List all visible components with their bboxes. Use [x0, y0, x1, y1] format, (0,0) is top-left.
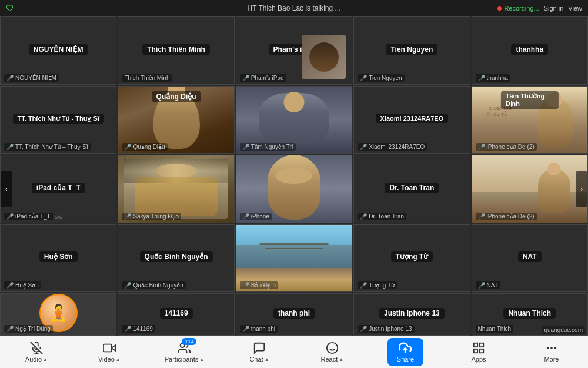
mic-icon: 🎤 — [242, 75, 249, 81]
cell-top-name: Quốc Bình Nguyễn — [140, 251, 213, 262]
cell-label: 🎤 iPhone của De (2) — [476, 143, 537, 151]
participants-badge: 114 — [182, 338, 196, 345]
cell-label: 🎤 thanh phi — [240, 325, 278, 333]
recording-badge: Recording... — [497, 5, 539, 12]
react-icon — [326, 342, 339, 354]
view-link[interactable]: View — [568, 5, 582, 12]
participants-button[interactable]: 114 Participants ▲ — [165, 342, 204, 363]
cell-top-name: Justin Iphone 13 — [379, 308, 445, 319]
chat-button[interactable]: Chat ▲ — [242, 342, 277, 363]
monk-body — [124, 159, 228, 219]
cell-label: 🎤 Tâm Nguyên Trí — [240, 143, 296, 151]
nav-prev-button[interactable]: ‹ — [1, 171, 12, 207]
svg-rect-4 — [103, 344, 112, 352]
cell-top-name: Tien Nguyen — [386, 44, 437, 55]
video-button[interactable]: Video ▲ — [92, 342, 127, 363]
nav-next-button[interactable]: › — [576, 171, 587, 207]
cell-ipad-tt: ‹ iPad của T_T 🎤 iPad của T_T 5/5 — [0, 155, 116, 223]
react-button[interactable]: React ▲ — [315, 342, 350, 363]
mic-icon: 🎤 — [478, 144, 485, 150]
cell-label: 🎤 Ngộ Trí Dũng — [4, 325, 53, 333]
mic-icon: 🎤 — [124, 144, 131, 150]
audio-button[interactable]: Audio ▲ — [19, 342, 54, 363]
shield-status: 🛡 — [6, 4, 14, 13]
cell-phams-ipad: Pham's iPad 🎤 Pham's iPad — [236, 16, 352, 85]
cell-top-name: thanhha — [511, 44, 548, 55]
mic-icon: 🎤 — [478, 213, 485, 220]
cell-label: Nhuan Thich — [476, 325, 514, 333]
audio-label-group: Audio ▲ — [25, 356, 48, 363]
cell-top-name: Nhuan Thich — [503, 308, 556, 319]
boat-1 — [259, 243, 329, 245]
share-icon — [399, 342, 412, 354]
audio-icon — [30, 342, 43, 354]
video-label: Video — [98, 356, 115, 363]
cell-label: 🎤 141169 — [122, 325, 155, 333]
participants-chevron: ▲ — [199, 357, 204, 362]
cell-dr-toan-tran: Dr. Toan Tran 🎤 Dr. Toan Tran — [353, 155, 470, 223]
cell-quoc-binh: Quốc Bình Nguyễn 🎤 Quốc Bình Nguyễn — [118, 224, 234, 293]
cell-xiaomi: Xiaomi 23124RA7EO 🎤 Xiaomi 23124RA7EO — [353, 86, 470, 154]
cell-label: 🎤 NAT — [476, 281, 500, 289]
cell-nguyen-niem: NGUYÊN NIỆM 🎤 NGUYÊN NIỆM — [0, 16, 116, 85]
cell-label: 🎤 Dr. Toan Tran — [358, 213, 406, 220]
more-label: More — [544, 356, 559, 363]
cell-label: 🎤 Pham's iPad — [240, 74, 286, 82]
sign-in-link[interactable]: Sign in — [544, 5, 564, 12]
share-button[interactable]: Share — [387, 338, 423, 366]
chat-icon — [253, 342, 266, 354]
monk-head-2 — [283, 92, 304, 112]
audio-chevron: ▲ — [43, 357, 48, 362]
share-label: Share — [397, 356, 414, 363]
cell-label: 🎤 Tien Nguyen — [358, 74, 404, 82]
svg-rect-10 — [474, 343, 477, 347]
cell-top-name: Xiaomi 23124RA7EO — [376, 114, 449, 123]
cell-label: 🎤 Sakya Trung Đạo — [122, 213, 181, 220]
monk-figure-4 — [538, 169, 570, 213]
watermark: quangduc.com — [542, 326, 585, 334]
cell-top-name: NAT — [518, 251, 542, 262]
shield-icon: 🛡 — [6, 4, 14, 13]
top-bar-actions: Recording... Sign in View — [497, 5, 582, 12]
recording-label: Recording... — [504, 5, 539, 12]
curtain-bg — [124, 159, 228, 183]
cell-thanh-phi: thanh phi 🎤 thanh phi — [236, 293, 352, 336]
svg-point-6 — [327, 343, 338, 353]
cell-hue-son: Huệ Sơn 🎤 Huệ Sơn — [0, 224, 116, 293]
svg-point-16 — [547, 347, 549, 349]
mic-icon: 🎤 — [360, 213, 367, 220]
cell-nat: NAT 🎤 NAT — [472, 224, 588, 293]
svg-rect-13 — [474, 349, 477, 353]
cell-top-name: Huệ Sơn — [39, 251, 78, 262]
recording-dot — [497, 6, 502, 11]
mic-icon: 🎤 — [6, 326, 14, 332]
mic-icon: 🎤 — [124, 213, 131, 220]
mic-muted-icon: 🎤 — [6, 75, 14, 81]
cell-label: 🎤 Justin Iphone 13 — [358, 325, 414, 333]
cell-thumbnail — [302, 35, 346, 79]
cell-iphone-de2: 🎤 iPhone của De (2) 5/5 › — [472, 155, 588, 223]
cell-top-name: thanh phi — [273, 308, 315, 319]
cell-ngo-tri-dung: 🧘 🎤 Ngộ Trí Dũng — [0, 293, 116, 336]
mic-icon: 🎤 — [478, 282, 485, 289]
video-chevron: ▲ — [116, 357, 121, 362]
monk-face — [268, 155, 320, 220]
mic-icon: 🎤 — [6, 213, 14, 220]
chat-chevron: ▲ — [265, 357, 269, 362]
mic-icon: 🎤 — [242, 213, 249, 220]
cell-top-name: Tượng Từ — [391, 251, 433, 262]
cell-top-name: Dr. Toan Tran — [385, 183, 439, 193]
cell-top-name: NGUYÊN NIỆM — [29, 44, 88, 55]
person-silhouette — [309, 42, 339, 72]
video-content — [136, 97, 217, 143]
apps-button[interactable]: Apps — [461, 342, 496, 363]
cell-label: 🎤 thanhha — [476, 74, 510, 82]
cell-label: 🎤 NGUYÊN NIỆM — [4, 74, 59, 82]
more-button[interactable]: More — [534, 342, 569, 363]
cell-top-name: 141169 — [160, 308, 193, 319]
mic-icon: 🎤 — [124, 326, 131, 332]
cell-label: 🎤 TT. Thích Như Tú – Thuỵ Sĩ — [4, 143, 91, 151]
cell-tuong-tu: Tượng Từ 🎤 Tượng Từ — [353, 224, 470, 293]
toolbar: Audio ▲ Video ▲ 114 Participants — [0, 336, 588, 368]
page-indicator-left: 5/5 — [55, 214, 62, 220]
